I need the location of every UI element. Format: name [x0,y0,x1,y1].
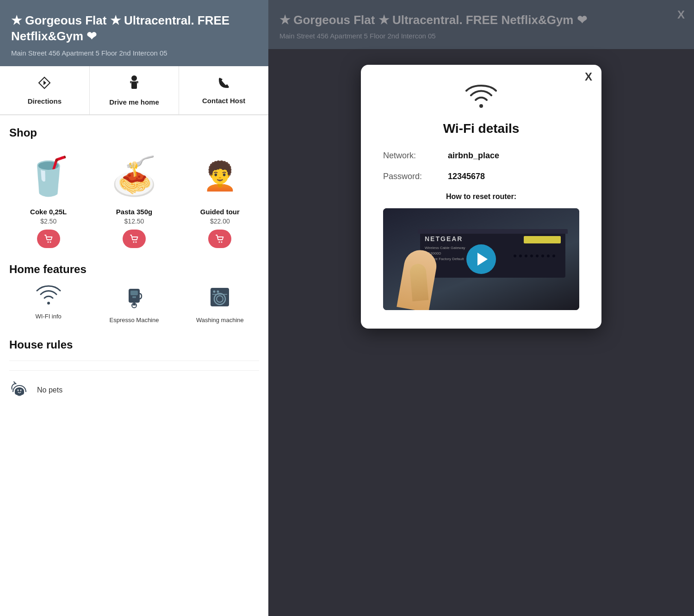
reset-router-label: How to reset router: [383,193,579,201]
app-title: ★ Gorgeous Flat ★ Ultracentral. FREE Net… [11,13,257,44]
svg-rect-2 [131,82,137,89]
coke-cart-button[interactable] [37,230,60,248]
washer-icon [208,285,232,313]
tour-cart-button[interactable] [208,230,231,248]
left-panel: ★ Gorgeous Flat ★ Ultracentral. FREE Net… [0,0,268,616]
drive-home-icon [127,75,142,94]
action-bar: Directions Drive me home Contact Host [0,66,268,115]
pasta-price: $12.50 [124,218,144,225]
rules-section-title: House rules [9,338,259,351]
password-label: Password: [383,172,448,181]
espresso-icon [122,285,146,313]
wifi-label: WI-FI info [35,313,61,320]
shop-item-tour: 🧑‍🦱 Guided tour $22.00 [181,149,259,248]
tour-name: Guided tour [200,208,240,216]
svg-point-7 [133,241,134,243]
svg-point-9 [219,241,220,243]
shop-item-coke: 🥤 Coke 0,25L $2.50 [9,149,87,248]
svg-point-18 [213,290,216,292]
svg-rect-13 [132,296,136,298]
feature-wifi[interactable]: WI-FI info [9,285,87,324]
svg-rect-12 [130,291,138,295]
shop-grid: 🥤 Coke 0,25L $2.50 🍝 Pasta 350g $12.50 [9,149,259,248]
directions-label: Directions [28,97,62,105]
washer-label: Washing machine [196,317,244,324]
contact-host-label: Contact Host [202,97,245,105]
wifi-modal: X Wi-Fi details Network: airbnb_place Pa… [361,65,601,329]
wifi-icon [36,285,61,309]
directions-button[interactable]: Directions [0,66,90,114]
router-video[interactable]: NETGEAR Wireless Cable GatewayCG3000DRes… [383,208,579,310]
password-value: 12345678 [448,172,485,181]
tour-image: 🧑‍🦱 [197,149,243,204]
features-grid: WI-FI info Espresso Machine [9,285,259,324]
svg-rect-4 [136,81,138,83]
feature-espresso[interactable]: Espresso Machine [95,285,173,324]
rule-no-pets: No pets [9,370,259,410]
drive-home-label: Drive me home [109,98,159,106]
contact-host-button[interactable]: Contact Host [179,66,268,114]
pasta-image: 🍝 [111,149,157,204]
right-address: Main Street 456 Apartment 5 Floor 2nd In… [279,32,683,40]
feature-washer[interactable]: Washing machine [181,285,259,324]
right-panel: ★ Gorgeous Flat ★ Ultracentral. FREE Net… [268,0,694,616]
password-field: Password: 12345678 [383,172,579,181]
svg-rect-3 [130,81,132,83]
coke-name: Coke 0,25L [30,208,67,216]
pasta-name: Pasta 350g [116,208,152,216]
right-title: ★ Gorgeous Flat ★ Ultracentral. FREE Net… [279,13,683,27]
shop-item-pasta: 🍝 Pasta 350g $12.50 [95,149,173,248]
no-pets-label: No pets [37,386,62,394]
network-field: Network: airbnb_place [383,151,579,161]
rules-divider [9,361,259,361]
tour-price: $22.00 [210,218,230,225]
svg-point-24 [479,104,483,108]
svg-rect-15 [211,288,229,306]
svg-point-10 [221,241,223,243]
svg-point-23 [20,389,22,391]
svg-point-6 [50,241,51,243]
features-section-title: Home features [9,263,259,276]
main-content: Shop 🥤 Coke 0,25L $2.50 🍝 Pasta 350g $12… [0,115,268,421]
dog-icon [9,378,30,403]
network-label: Network: [383,151,448,161]
drive-home-button[interactable]: Drive me home [90,66,180,114]
contact-host-icon [217,76,231,93]
svg-point-22 [18,389,19,391]
shop-section-title: Shop [9,126,259,139]
right-background-header: ★ Gorgeous Flat ★ Ultracentral. FREE Net… [268,0,694,49]
video-play-button[interactable] [466,244,496,274]
svg-point-19 [217,290,219,292]
espresso-label: Espresso Machine [110,317,159,324]
svg-point-8 [135,241,136,243]
modal-background-close[interactable]: X [677,8,685,21]
modal-close-button[interactable]: X [585,70,592,83]
app-address: Main Street 456 Apartment 5 Floor 2nd In… [11,49,257,57]
modal-wifi-icon [383,81,579,116]
modal-title: Wi-Fi details [383,121,579,136]
left-header: ★ Gorgeous Flat ★ Ultracentral. FREE Net… [0,0,268,66]
directions-icon [37,75,52,93]
coke-price: $2.50 [40,218,56,225]
pasta-cart-button[interactable] [123,230,146,248]
svg-point-0 [131,75,137,81]
coke-image: 🥤 [25,149,72,204]
network-value: airbnb_place [448,151,499,161]
svg-point-5 [47,241,49,243]
